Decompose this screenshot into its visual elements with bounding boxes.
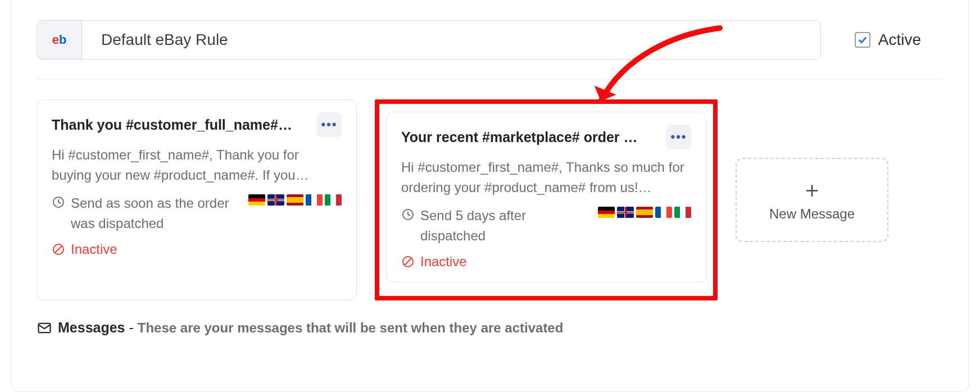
check-icon xyxy=(858,35,868,45)
card-more-button[interactable]: ••• xyxy=(666,125,691,149)
messages-subtitle: These are your messages that will be sen… xyxy=(138,320,564,335)
new-message-button[interactable]: ＋ New Message xyxy=(736,158,888,242)
flag-fr-icon xyxy=(306,194,323,206)
flag-gb-icon xyxy=(267,194,284,206)
new-message-label: New Message xyxy=(769,206,855,222)
plus-icon: ＋ xyxy=(801,178,823,200)
ebay-logo-b: b xyxy=(59,33,66,47)
card-more-button[interactable]: ••• xyxy=(317,112,342,137)
ebay-logo-e: e xyxy=(52,33,59,47)
message-card-title: Thank you #customer_full_name#… xyxy=(52,117,298,133)
active-label: Active xyxy=(878,31,921,49)
flag-gb-icon xyxy=(617,207,634,218)
inactive-icon xyxy=(52,243,65,256)
active-checkbox[interactable] xyxy=(855,32,870,48)
mail-icon xyxy=(37,320,52,336)
clock-icon xyxy=(401,208,415,221)
flag-it-icon xyxy=(674,207,691,218)
message-card-title: Your recent #marketplace# order … xyxy=(401,129,643,145)
inactive-icon xyxy=(401,255,415,268)
ebay-logo-badge: eb xyxy=(37,21,82,59)
flag-de-icon xyxy=(248,194,265,206)
flag-es-icon xyxy=(636,207,653,218)
rule-name-field[interactable]: eb Default eBay Rule xyxy=(37,20,821,60)
annotation-highlight: Your recent #marketplace# order … ••• Hi… xyxy=(375,99,718,300)
rule-header: eb Default eBay Rule Active xyxy=(37,20,943,80)
message-timing: Send as soon as the order was dispatched xyxy=(52,193,242,234)
flag-group xyxy=(598,206,691,218)
flag-it-icon xyxy=(325,194,342,206)
message-card[interactable]: Thank you #customer_full_name#… ••• Hi #… xyxy=(37,99,357,300)
clock-icon xyxy=(52,195,65,209)
flag-fr-icon xyxy=(655,207,672,218)
message-card[interactable]: Your recent #marketplace# order … ••• Hi… xyxy=(386,112,706,282)
flag-group xyxy=(248,193,342,206)
messages-title: Messages xyxy=(58,320,125,335)
svg-line-5 xyxy=(405,258,411,265)
message-status: Inactive xyxy=(401,254,691,270)
message-cards-row: Thank you #customer_full_name#… ••• Hi #… xyxy=(37,99,943,300)
message-card-body: Hi #customer_first_name#, Thank you for … xyxy=(52,145,342,185)
flag-es-icon xyxy=(287,194,303,206)
message-timing: Send 5 days after dispatched xyxy=(401,206,591,246)
messages-section-header: Messages - These are your messages that … xyxy=(37,320,943,336)
message-status: Inactive xyxy=(52,241,342,257)
svg-line-2 xyxy=(55,246,62,253)
rule-name-text: Default eBay Rule xyxy=(82,21,820,59)
flag-de-icon xyxy=(598,207,615,218)
active-toggle[interactable]: Active xyxy=(855,31,943,49)
message-card-body: Hi #customer_first_name#, Thanks so much… xyxy=(401,157,691,198)
